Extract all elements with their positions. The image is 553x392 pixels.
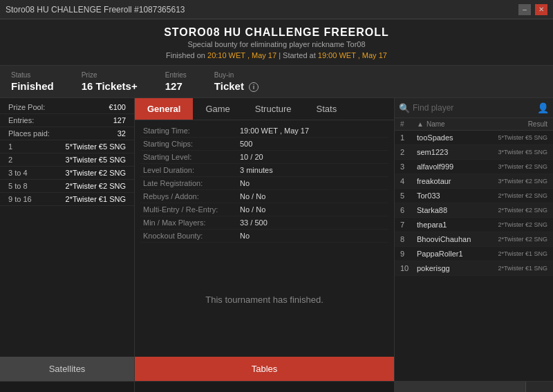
tournament-title: STORO08 HU CHALLENGE FREEROLL xyxy=(0,26,553,39)
tab-stats[interactable]: Stats xyxy=(304,98,350,120)
tables-button[interactable]: Tables xyxy=(135,357,394,381)
right-panel: 🔍 👤 # ▲ Name Result 1 tooSpades 5*Twiste… xyxy=(394,98,553,381)
entries-value: 127 xyxy=(165,80,182,92)
prize-table: Prize Pool: €100 Entries: 127 Places pai… xyxy=(0,98,134,357)
gi-value: No / No xyxy=(240,192,265,200)
prize-label: Prize xyxy=(82,71,138,79)
col-name-header: Name xyxy=(427,120,492,128)
place-amount: 3*Twister €5 SNG xyxy=(66,156,126,164)
list-item: Entries: 127 xyxy=(0,114,134,127)
gi-value: No xyxy=(240,232,250,240)
table-row: 5 Tor033 2*Twister €2 SNG xyxy=(395,189,553,203)
gi-label: Starting Chips: xyxy=(143,140,240,148)
game-info: Starting Time: 19:00 WET , May 17 Starti… xyxy=(135,120,394,243)
player-result: 2*Twister €2 SNG xyxy=(492,236,547,243)
place-amount: 127 xyxy=(113,116,126,124)
col-arrow-header: ▲ xyxy=(417,120,427,128)
place-label: 1 xyxy=(8,142,12,151)
gi-value: 10 / 20 xyxy=(240,153,263,161)
player-rank: 10 xyxy=(400,264,417,272)
started-time: 19:00 WET , May 17 xyxy=(318,51,387,59)
player-result: 2*Twister €1 SNG xyxy=(492,265,547,272)
player-rank: 7 xyxy=(400,221,417,229)
title-bar-controls: – ✕ xyxy=(518,4,547,15)
info-bar: Status Finished Prize 16 Tickets+ Entrie… xyxy=(0,66,553,98)
player-name: thepara1 xyxy=(417,221,492,229)
place-label: 2 xyxy=(8,156,12,164)
player-result: 2*Twister €1 SNG xyxy=(492,250,547,257)
place-amount: 3*Twister €2 SNG xyxy=(66,169,126,177)
bottom-left xyxy=(0,382,135,392)
tabs: General Game Structure Stats xyxy=(135,98,394,120)
prize-pool-value: €100 xyxy=(109,103,126,111)
info-icon[interactable]: i xyxy=(249,82,259,92)
list-item: 9 to 16 2*Twister €1 SNG xyxy=(0,193,134,206)
player-rank: 1 xyxy=(400,133,417,142)
prize-pool-label: Prize Pool: xyxy=(8,103,45,111)
bottom-middle xyxy=(135,382,394,392)
list-item: Knockout Bounty: No xyxy=(140,230,388,243)
close-button[interactable]: ✕ xyxy=(535,4,547,15)
player-name: pokerisgg xyxy=(417,264,492,272)
buyin-label: Buy-in xyxy=(214,71,259,79)
list-item: Late Registration: No xyxy=(140,177,388,190)
player-result: 5*Twister €5 SNG xyxy=(492,134,547,141)
prize-item: Prize 16 Tickets+ xyxy=(82,71,138,92)
player-rank: 2 xyxy=(400,148,417,156)
left-panel: Prize Pool: €100 Entries: 127 Places pai… xyxy=(0,98,135,381)
place-label: Places paid: xyxy=(8,129,50,138)
title-bar: Storo08 HU CHALLENGE Freeroll #108736561… xyxy=(0,0,553,19)
gi-label: Late Registration: xyxy=(143,179,240,187)
table-row: 2 sem1223 3*Twister €5 SNG xyxy=(395,145,553,160)
player-result: 3*Twister €5 SNG xyxy=(492,149,547,156)
header: STORO08 HU CHALLENGE FREEROLL Special bo… xyxy=(0,19,553,66)
gi-value: No xyxy=(240,179,250,187)
finished-label: Finished on xyxy=(166,51,205,59)
title-bar-text: Storo08 HU CHALLENGE Freeroll #108736561… xyxy=(6,5,185,15)
started-label: | Started at xyxy=(279,51,316,59)
list-item: Level Duration: 3 minutes xyxy=(140,164,388,177)
tournament-time: Finished on 20:10 WET , May 17 | Started… xyxy=(0,51,553,59)
status-label: Status xyxy=(11,71,54,79)
gi-label: Level Duration: xyxy=(143,166,240,174)
status-item: Status Finished xyxy=(11,71,54,92)
search-input[interactable] xyxy=(413,103,534,113)
prize-pool-row: Prize Pool: €100 xyxy=(0,101,134,114)
tournament-subtitle: Special bounty for eliminating player ni… xyxy=(0,40,553,48)
tournament-finished-message: This tournament has finished. xyxy=(135,243,394,357)
table-row: 6 Starka88 2*Twister €2 SNG xyxy=(395,203,553,218)
status-value: Finished xyxy=(11,80,54,92)
entries-label: Entries xyxy=(165,71,187,79)
tab-structure[interactable]: Structure xyxy=(243,98,304,120)
minimize-button[interactable]: – xyxy=(518,4,531,15)
player-rank: 6 xyxy=(400,206,417,214)
place-label: 3 to 4 xyxy=(8,169,28,177)
list-item: Starting Level: 10 / 20 xyxy=(140,151,388,164)
player-rank: 5 xyxy=(400,192,417,200)
players-table-header: # ▲ Name Result xyxy=(395,118,553,131)
main-content: Prize Pool: €100 Entries: 127 Places pai… xyxy=(0,98,553,381)
place-label: 9 to 16 xyxy=(8,195,32,203)
gi-value: 33 / 500 xyxy=(240,218,268,227)
list-item: Starting Time: 19:00 WET , May 17 xyxy=(140,124,388,138)
star-button[interactable]: ★ xyxy=(525,382,553,392)
player-rank: 8 xyxy=(400,235,417,243)
table-row: 10 pokerisgg 2*Twister €1 SNG xyxy=(395,261,553,276)
tab-general[interactable]: General xyxy=(135,98,193,120)
buyin-value: Ticket i xyxy=(214,80,259,92)
place-amount: 2*Twister €1 SNG xyxy=(66,195,126,203)
list-item: 5 to 8 2*Twister €2 SNG xyxy=(0,180,134,193)
place-amount: 2*Twister €2 SNG xyxy=(66,182,126,190)
satellites-button[interactable]: Satellites xyxy=(0,357,134,381)
entries-item: Entries 127 xyxy=(165,71,187,92)
players-icon[interactable]: 👤 xyxy=(537,102,549,113)
gi-label: Knockout Bounty: xyxy=(143,232,240,240)
player-rank: 4 xyxy=(400,177,417,185)
prize-value: 16 Tickets+ xyxy=(82,80,138,92)
player-result: 3*Twister €2 SNG xyxy=(492,178,547,185)
tab-game[interactable]: Game xyxy=(193,98,242,120)
gi-value: 500 xyxy=(240,140,252,148)
main-lobby-button[interactable]: Main Lobby xyxy=(395,382,525,392)
list-item: Starting Chips: 500 xyxy=(140,138,388,151)
player-result: 2*Twister €2 SNG xyxy=(492,207,547,214)
